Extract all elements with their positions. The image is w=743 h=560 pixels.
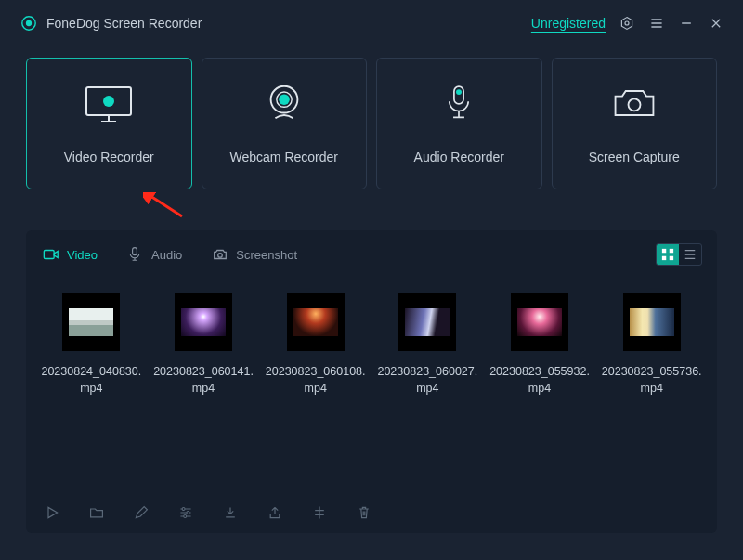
play-icon[interactable]: [43, 503, 61, 522]
display-icon: [83, 83, 135, 124]
share-icon[interactable]: [266, 503, 284, 522]
app-logo-icon: [20, 15, 37, 32]
edit-icon[interactable]: [132, 503, 150, 522]
close-icon[interactable]: [708, 15, 724, 32]
microphone-icon: [443, 83, 475, 124]
video-tab-icon: [43, 246, 59, 263]
grid-view-icon[interactable]: [657, 244, 679, 265]
tabs-left: Video Audio: [43, 246, 297, 263]
mode-video-recorder[interactable]: Video Recorder: [26, 58, 192, 189]
svg-rect-17: [662, 256, 666, 260]
convert-icon[interactable]: [310, 503, 329, 522]
audio-tab-icon: [127, 246, 144, 263]
file-name: 20230823_060108.mp4: [259, 364, 372, 397]
tab-audio[interactable]: Audio: [127, 246, 182, 263]
tab-video[interactable]: Video: [43, 246, 98, 263]
mode-screen-capture[interactable]: Screen Capture: [552, 58, 718, 189]
library-panel: Video Audio: [26, 230, 717, 533]
menu-icon[interactable]: [648, 15, 665, 32]
file-item[interactable]: 20230823_055736.mp4: [595, 293, 708, 397]
thumbnail: [62, 293, 120, 351]
thumbnail: [175, 293, 232, 351]
mode-label: Screen Capture: [589, 150, 680, 164]
title-bar: FoneDog Screen Recorder Unregistered: [0, 0, 743, 45]
svg-point-20: [187, 512, 189, 514]
library-actions: [26, 492, 717, 533]
thumbnail: [511, 293, 568, 351]
svg-point-14: [218, 254, 223, 258]
arrow-annotation-icon: [143, 192, 186, 220]
file-name: 20230824_040830.mp4: [35, 364, 148, 397]
file-item[interactable]: 20230823_060108.mp4: [259, 293, 372, 397]
svg-rect-18: [670, 256, 673, 260]
svg-rect-16: [670, 249, 673, 253]
svg-point-10: [628, 98, 640, 111]
library-tabs-bar: Video Audio: [26, 230, 717, 279]
list-view-icon[interactable]: [679, 244, 701, 265]
thumbnail: [287, 293, 345, 351]
thumbnail: [398, 293, 456, 351]
mode-label: Video Recorder: [64, 150, 154, 164]
file-item[interactable]: 20230823_055932.mp4: [484, 293, 596, 397]
svg-point-21: [184, 515, 187, 518]
svg-point-6: [279, 94, 290, 105]
tab-label: Screenshot: [236, 248, 297, 262]
view-toggle: [656, 243, 702, 266]
webcam-icon: [263, 83, 306, 124]
svg-rect-8: [454, 86, 463, 104]
svg-rect-15: [662, 249, 666, 253]
file-item[interactable]: 20230823_060141.mp4: [148, 293, 260, 397]
svg-point-4: [103, 96, 114, 107]
svg-point-9: [456, 89, 462, 95]
tab-label: Video: [67, 248, 98, 262]
mode-audio-recorder[interactable]: Audio Recorder: [376, 58, 542, 189]
mode-cards: Video Recorder Webcam Recorder Audio Rec…: [0, 45, 743, 193]
tab-screenshot[interactable]: Screenshot: [212, 246, 297, 263]
svg-rect-12: [44, 251, 54, 259]
file-item[interactable]: 20230824_040830.mp4: [35, 293, 148, 397]
camera-icon: [610, 83, 658, 124]
thumbnail: [623, 293, 681, 351]
file-name: 20230823_060141.mp4: [148, 364, 260, 397]
library-grid: 20230824_040830.mp4 20230823_060141.mp4 …: [26, 279, 717, 397]
settings-icon[interactable]: [619, 15, 635, 32]
app-title: FoneDog Screen Recorder: [46, 16, 202, 31]
unregistered-link[interactable]: Unregistered: [531, 16, 606, 31]
header-left: FoneDog Screen Recorder: [20, 15, 202, 32]
svg-point-19: [182, 508, 185, 511]
mode-label: Webcam Recorder: [230, 150, 338, 164]
tab-label: Audio: [151, 248, 182, 262]
file-name: 20230823_055736.mp4: [595, 364, 708, 397]
folder-icon[interactable]: [87, 503, 106, 522]
screenshot-tab-icon: [212, 246, 228, 263]
file-name: 20230823_060027.mp4: [372, 364, 484, 397]
header-right: Unregistered: [531, 15, 724, 32]
delete-icon[interactable]: [355, 503, 373, 522]
svg-rect-13: [133, 248, 137, 255]
svg-line-11: [150, 196, 182, 216]
mode-webcam-recorder[interactable]: Webcam Recorder: [202, 58, 368, 189]
file-item[interactable]: 20230823_060027.mp4: [372, 293, 484, 397]
mode-label: Audio Recorder: [414, 150, 504, 164]
svg-point-2: [625, 21, 629, 25]
svg-point-1: [26, 20, 32, 26]
sliders-icon[interactable]: [176, 503, 195, 522]
minimize-icon[interactable]: [678, 15, 695, 32]
file-name: 20230823_055932.mp4: [484, 364, 596, 397]
download-icon[interactable]: [221, 503, 240, 522]
